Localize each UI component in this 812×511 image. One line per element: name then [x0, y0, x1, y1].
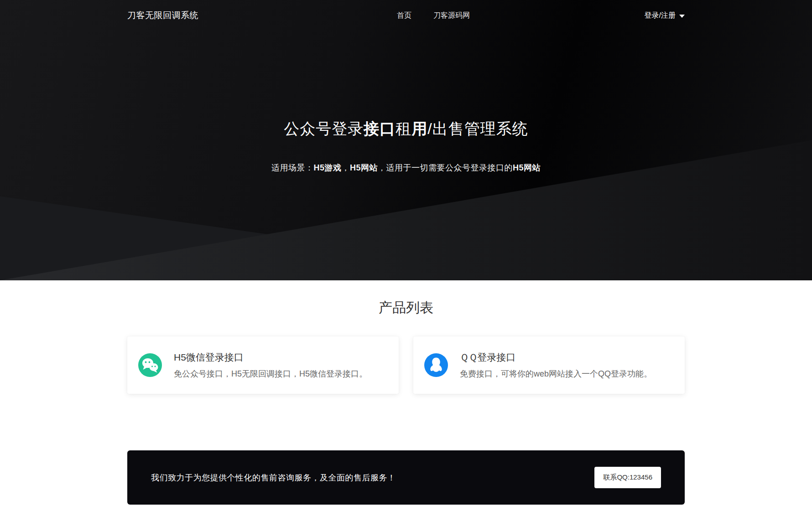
top-nav: 刀客无限回调系统 首页 刀客源码网 登录/注册	[0, 0, 812, 31]
main-nav: 首页 刀客源码网	[397, 11, 470, 21]
product-card-text: H5微信登录接口 免公众号接口，H5无限回调接口，H5微信登录接口。	[174, 351, 367, 379]
product-card-text: ＱＱ登录接口 免费接口，可将你的web网站接入一个QQ登录功能。	[460, 351, 652, 379]
wechat-icon	[138, 353, 162, 377]
product-card-qq[interactable]: ＱＱ登录接口 免费接口，可将你的web网站接入一个QQ登录功能。	[413, 336, 685, 394]
hero-subtitle: 适用场景：H5游戏，H5网站，适用于一切需要公众号登录接口的H5网站	[0, 162, 812, 173]
hero-subtitle-segment: ，适用于一切需要公众号登录接口的	[378, 163, 513, 172]
hero-subtitle-segment: ，	[341, 163, 350, 172]
contact-message: 我们致力于为您提供个性化的售前咨询服务，及全面的售后服务！	[151, 472, 396, 483]
caret-down-icon	[679, 15, 685, 18]
qq-icon	[424, 353, 448, 377]
product-card-description: 免费接口，可将你的web网站接入一个QQ登录功能。	[460, 368, 652, 379]
hero-title-segment: 公众号登录	[284, 120, 364, 137]
hero-subtitle-segment-bold: H5网站	[350, 163, 378, 172]
login-register-dropdown[interactable]: 登录/注册	[645, 11, 685, 21]
contact-banner: 我们致力于为您提供个性化的售前咨询服务，及全面的售后服务！ 联系QQ:12345…	[127, 450, 685, 505]
product-cards: H5微信登录接口 免公众号接口，H5无限回调接口，H5微信登录接口。 ＱＱ登录接…	[127, 336, 685, 394]
product-card-description: 免公众号接口，H5无限回调接口，H5微信登录接口。	[174, 368, 367, 379]
contact-qq-button[interactable]: 联系QQ:123456	[594, 467, 661, 488]
product-list-section: 产品列表 H5微信登录接口 免公众号接口，H5无限回调接口，H5微信登录接口。	[127, 280, 685, 505]
hero-section: 刀客无限回调系统 首页 刀客源码网 登录/注册 公众号登录接口租用/出售管理系统…	[0, 0, 812, 280]
hero-title-segment-bold: 用	[411, 120, 427, 137]
product-card-wechat[interactable]: H5微信登录接口 免公众号接口，H5无限回调接口，H5微信登录接口。	[127, 336, 399, 394]
login-register-label: 登录/注册	[645, 11, 676, 21]
product-card-title: ＱＱ登录接口	[460, 351, 652, 364]
brand-title[interactable]: 刀客无限回调系统	[127, 10, 198, 21]
product-card-title: H5微信登录接口	[174, 351, 367, 364]
hero-title-segment: 租	[396, 120, 411, 137]
hero-title-segment: /出售管理系统	[427, 120, 528, 137]
hero-subtitle-segment-bold: H5网站	[513, 163, 541, 172]
hero-content: 公众号登录接口租用/出售管理系统 适用场景：H5游戏，H5网站，适用于一切需要公…	[0, 119, 812, 173]
hero-subtitle-segment: 适用场景：	[271, 163, 314, 172]
hero-title-segment-bold: 接口	[364, 120, 396, 137]
nav-item-source-site[interactable]: 刀客源码网	[433, 11, 470, 21]
section-heading-product-list: 产品列表	[127, 299, 685, 317]
nav-item-home[interactable]: 首页	[397, 11, 411, 21]
hero-subtitle-segment-bold: H5游戏	[313, 163, 341, 172]
hero-title: 公众号登录接口租用/出售管理系统	[0, 119, 812, 139]
